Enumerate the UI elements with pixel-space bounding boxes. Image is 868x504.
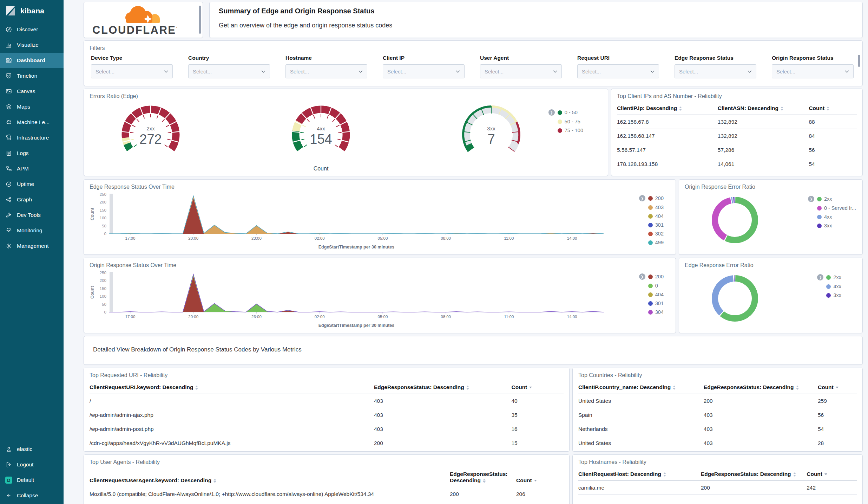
legend-label: 304 <box>655 309 664 315</box>
table-row[interactable]: United States40328 <box>578 436 857 450</box>
legend-toggle-icon[interactable]: ❯ <box>639 273 645 280</box>
column-header[interactable]: ClientRequestHost: Descending <box>578 467 701 481</box>
svg-text:0: 0 <box>104 232 106 236</box>
filter-select-request-uri[interactable]: Select... <box>577 64 659 78</box>
column-header[interactable]: Count <box>809 102 857 115</box>
column-header[interactable]: Count <box>512 381 564 394</box>
sidebar-item-infrastructure[interactable]: Infrastructure <box>0 130 64 146</box>
sidebar-item-machine-learning[interactable]: Machine Le... <box>0 115 64 130</box>
legend-item[interactable]: 50 - 75 <box>548 119 583 124</box>
table-row[interactable]: /cdn-cgi/apps/head/xVgyKhR-vV3dAUGhMqfBc… <box>90 436 564 450</box>
table-row[interactable]: 5.56.57.14757,28656 <box>617 143 857 157</box>
sidebar-item-apm[interactable]: APM <box>0 161 64 176</box>
sidebar-item-canvas[interactable]: Canvas <box>0 84 64 99</box>
column-header[interactable]: Count <box>516 467 564 487</box>
sidebar-item-monitoring[interactable]: Monitoring <box>0 223 64 238</box>
legend-label: 404 <box>655 213 664 219</box>
sidebar-item-uptime[interactable]: Uptime <box>0 176 64 192</box>
table-row[interactable]: Spain40356 <box>578 408 857 422</box>
filter-select-country[interactable]: Select... <box>188 64 270 78</box>
legend-item[interactable]: 75 - 100 <box>548 128 583 133</box>
legend-item[interactable]: 4xx <box>808 214 856 220</box>
column-header[interactable]: ClientIP.country_name: Descending <box>578 381 704 394</box>
column-header[interactable]: ClientIP.ip: Descending <box>617 102 718 115</box>
legend-item[interactable]: ❯2xx <box>817 274 841 280</box>
filter-select-hostname[interactable]: Select... <box>285 64 367 78</box>
table-row[interactable]: 162.158.67.8132,89288 <box>617 115 857 129</box>
legend-item[interactable]: 302 <box>639 231 664 237</box>
filter-select-user-agent[interactable]: Select... <box>480 64 562 78</box>
legend-toggle-icon[interactable]: ❯ <box>808 196 814 202</box>
sidebar-footer-default-space[interactable]: DDefault <box>0 472 64 488</box>
table-row[interactable]: 178.128.193.15814,06154 <box>617 157 857 171</box>
sidebar-item-visualize[interactable]: Visualize <box>0 37 64 53</box>
logo-panel-scrollbar[interactable] <box>199 6 201 34</box>
legend-item[interactable]: 301 <box>639 222 664 228</box>
column-header[interactable]: Count <box>818 381 857 394</box>
legend-item[interactable]: 4xx <box>817 284 841 289</box>
legend-item[interactable]: ❯200 <box>639 273 664 280</box>
table-cell: 162.158.68.147 <box>617 129 718 143</box>
timelion-icon <box>5 72 12 79</box>
table-row[interactable]: United States200259 <box>578 394 857 408</box>
sort-icon <box>793 472 796 477</box>
sidebar-footer-collapse[interactable]: Collapse <box>0 488 64 503</box>
table-row[interactable]: Netherlands40354 <box>578 422 857 436</box>
column-header[interactable]: ClientRequestURI.keyword: Descending <box>90 381 374 394</box>
table-row[interactable]: camilia.me200242 <box>578 481 857 495</box>
sidebar-item-label: Monitoring <box>17 227 42 234</box>
column-header[interactable]: ClientASN: Descending <box>718 102 809 115</box>
sidebar-item-timelion[interactable]: Timelion <box>0 68 64 84</box>
legend-toggle-icon[interactable]: ❯ <box>548 109 555 116</box>
column-header[interactable]: EdgeResponseStatus: Descending <box>704 381 818 394</box>
data-table: ClientRequestHost: DescendingEdgeRespons… <box>578 467 857 495</box>
table-row[interactable]: /40340 <box>90 394 564 408</box>
column-header[interactable]: EdgeResponseStatus: Descending <box>450 467 516 487</box>
legend-item[interactable]: 0 - Served fr... <box>808 205 856 211</box>
legend-item[interactable]: 0 <box>639 283 664 289</box>
column-header[interactable]: ClientRequestUserAgent.keyword: Descendi… <box>90 467 450 487</box>
sidebar-footer-logout[interactable]: Logout <box>0 457 64 472</box>
legend-item[interactable]: 3xx <box>808 223 856 228</box>
sidebar-item-dashboard[interactable]: Dashboard <box>0 53 64 68</box>
legend-color-dot <box>826 275 831 280</box>
legend-item[interactable]: 499 <box>639 240 664 245</box>
legend-item[interactable]: ❯200 <box>639 195 664 201</box>
legend-item[interactable]: 404 <box>639 213 664 219</box>
sidebar-item-graph[interactable]: Graph <box>0 192 64 207</box>
gauge-axis-caption: Count <box>275 166 367 172</box>
filter-select-client-ip[interactable]: Select... <box>383 64 465 78</box>
filters-scrollbar[interactable] <box>858 55 860 67</box>
table-row[interactable]: 162.158.68.147132,89284 <box>617 129 857 143</box>
sidebar-item-dev-tools[interactable]: Dev Tools <box>0 207 64 223</box>
legend-item[interactable]: 3xx <box>817 292 841 298</box>
filter-select-device-type[interactable]: Select... <box>91 64 173 78</box>
sort-icon <box>213 479 216 483</box>
filter-select-edge-response-status[interactable]: Select... <box>675 64 756 78</box>
table-row[interactable]: /wp-admin/admin-post.php40316 <box>90 422 564 436</box>
legend-toggle-icon[interactable]: ❯ <box>817 274 823 280</box>
sidebar-item-logs[interactable]: Logs <box>0 146 64 161</box>
filter-select-origin-response-status[interactable]: Select... <box>772 64 854 78</box>
column-header[interactable]: EdgeResponseStatus: Descending <box>374 381 512 394</box>
sidebar-footer-user[interactable]: elastic <box>0 441 64 457</box>
sidebar-item-discover[interactable]: Discover <box>0 22 64 37</box>
sidebar-item-management[interactable]: Management <box>0 238 64 254</box>
column-header[interactable]: EdgeResponseStatus: Descending <box>701 467 807 481</box>
legend-item[interactable]: 403 <box>639 205 664 210</box>
sidebar-item-maps[interactable]: Maps <box>0 99 64 115</box>
legend-item[interactable]: ❯0 - 50 <box>548 109 583 116</box>
table-row[interactable]: /wp-admin/admin-ajax.php40335 <box>90 408 564 422</box>
edge-response-over-time-panel: Edge Response Status Over Time 050100150… <box>84 179 676 255</box>
legend-toggle-icon[interactable]: ❯ <box>639 195 645 201</box>
column-header[interactable]: Count <box>807 467 857 481</box>
legend-item[interactable]: 404 <box>639 292 664 297</box>
table-row[interactable]: Mozilla/5.0 (compatible; CloudFlare-Alwa… <box>90 487 564 501</box>
legend-item[interactable]: ❯2xx <box>808 196 856 202</box>
kibana-logo-row[interactable]: kibana <box>0 0 64 22</box>
svg-text:200: 200 <box>100 200 106 204</box>
legend-item[interactable]: 304 <box>639 309 664 315</box>
legend-item[interactable]: 301 <box>639 301 664 306</box>
filters-panel: Filters Device TypeSelect...CountrySelec… <box>84 40 863 86</box>
legend-color-dot <box>558 110 562 115</box>
